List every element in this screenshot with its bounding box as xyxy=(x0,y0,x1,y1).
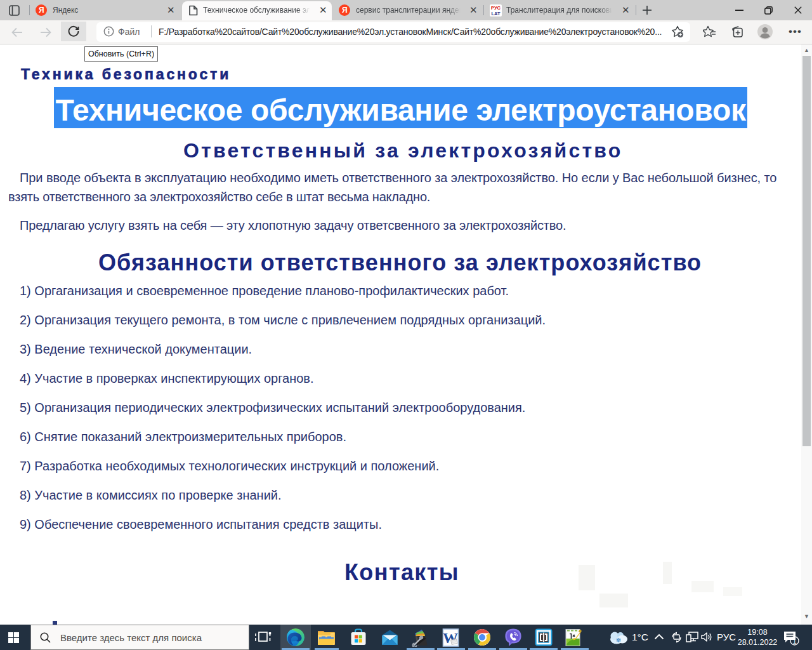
svg-text:Я: Я xyxy=(39,6,44,15)
svg-text:❄: ❄ xyxy=(616,637,621,644)
svg-text:LAT: LAT xyxy=(491,10,500,16)
svg-text:1: 1 xyxy=(792,637,796,645)
svg-text:Я: Я xyxy=(342,6,348,15)
